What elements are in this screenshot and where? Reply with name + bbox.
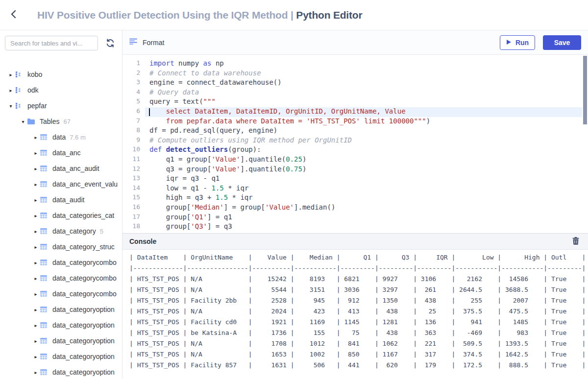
- line-number: 1: [122, 59, 145, 69]
- chevron-right-icon[interactable]: ▸: [32, 213, 40, 218]
- code-line-2[interactable]: # Connect to data warehouse: [145, 69, 582, 79]
- tree-item-label: pepfar: [27, 102, 47, 110]
- chevron-right-icon[interactable]: ▸: [32, 307, 40, 312]
- code-line-16[interactable]: group['Median'] = group['Value'].median(…: [145, 203, 582, 213]
- chevron-right-icon[interactable]: ▸: [32, 135, 40, 140]
- tree-item-data-categories-cat[interactable]: ▸data_categories_cat: [0, 208, 122, 223]
- tree-item-label: odk: [27, 86, 39, 94]
- tree-item-data-anc[interactable]: ▸data_anc: [0, 145, 122, 161]
- code-editor[interactable]: 123456789101112131415161718 import numpy…: [122, 55, 588, 233]
- code-line-3[interactable]: engine = connect_datawarehouse(): [145, 78, 582, 88]
- table-icon: [40, 243, 52, 250]
- console-table-row: | HTS_TST_POS | N/A | 2024 | 423 | 413 |…: [129, 308, 588, 318]
- chevron-right-icon[interactable]: ▸: [7, 72, 15, 77]
- save-button[interactable]: Save: [543, 35, 581, 50]
- console-output: | DataItem | OrgUnitName | Value | Media…: [122, 250, 588, 379]
- chevron-right-icon[interactable]: ▸: [32, 370, 40, 375]
- database-icon: [15, 86, 27, 94]
- tree-item-label: data_categoryoption: [52, 306, 115, 313]
- tree-item-data[interactable]: ▸data7.6 m: [0, 129, 122, 145]
- run-button[interactable]: Run: [500, 35, 535, 50]
- chevron-right-icon[interactable]: ▸: [32, 260, 40, 265]
- code-line-7[interactable]: from pepfar.data where DataItem = 'HTS_T…: [145, 117, 582, 127]
- chevron-right-icon[interactable]: ▸: [32, 354, 40, 359]
- line-number: 5: [122, 97, 145, 107]
- code-line-14[interactable]: low = q1 - 1.5 * iqr: [145, 184, 582, 194]
- chevron-down-icon[interactable]: ▾: [19, 119, 27, 124]
- console-table-row: | HTS_TST_POS | N/A | 1708 | 1012 | 841 …: [129, 340, 588, 351]
- tree-item-kobo[interactable]: ▸kobo: [0, 67, 122, 82]
- code-line-6[interactable]: select DataItem, DataItemID, OrgUnitID, …: [145, 107, 582, 117]
- code-line-12[interactable]: q3 = group['Value'].quantile(0.75): [145, 165, 582, 175]
- table-icon: [40, 149, 52, 156]
- back-button[interactable]: [4, 5, 24, 25]
- refresh-icon: [105, 38, 115, 49]
- table-icon: [40, 275, 52, 282]
- chevron-right-icon[interactable]: ▸: [32, 276, 40, 281]
- tree-item-count: 67: [63, 118, 70, 125]
- tree-item-data-categoryoption[interactable]: ▸data_categoryoption: [0, 333, 122, 349]
- tree-item-data-audit[interactable]: ▸data_audit: [0, 192, 122, 208]
- tree-item-data-categorycombo[interactable]: ▸data_categorycombo: [0, 255, 122, 270]
- table-icon: [40, 337, 52, 344]
- editor-gutter: 123456789101112131415161718: [122, 55, 145, 233]
- chevron-right-icon[interactable]: ▸: [32, 197, 40, 203]
- code-line-5[interactable]: query = text(""": [145, 97, 582, 107]
- tree-item-data-categorycombo[interactable]: ▸data_categorycombo: [0, 270, 122, 286]
- page-title-separator: |: [291, 9, 294, 21]
- line-number: 18: [122, 222, 145, 232]
- chevron-right-icon[interactable]: ▸: [32, 166, 40, 171]
- tree-item-data-categorycombo[interactable]: ▸data_categorycombo: [0, 286, 122, 302]
- tree-item-data-categoryoption[interactable]: ▸data_categoryoption: [0, 302, 122, 317]
- chevron-right-icon[interactable]: ▸: [32, 244, 40, 250]
- refresh-button[interactable]: [104, 38, 116, 49]
- page-title-name: HIV Positive Outlier Detection Using the…: [37, 9, 288, 21]
- code-line-17[interactable]: group['Q1'] = q1: [145, 213, 582, 223]
- chevron-right-icon[interactable]: ▸: [32, 338, 40, 344]
- tree-item-data-categoryoption[interactable]: ▸data_categoryoption: [0, 364, 122, 379]
- chevron-down-icon[interactable]: ▾: [7, 103, 15, 109]
- chevron-right-icon[interactable]: ▸: [32, 229, 40, 234]
- chevron-right-icon[interactable]: ▸: [32, 182, 40, 187]
- code-line-10[interactable]: def detect_outliers(group):: [145, 145, 582, 155]
- tree-item-label: data_category_struc: [52, 243, 115, 251]
- tree-item-odk[interactable]: ▸odk: [0, 82, 122, 98]
- chevron-right-icon[interactable]: ▸: [32, 323, 40, 328]
- tree-item-data-category[interactable]: ▸data_category5: [0, 223, 122, 239]
- code-line-15[interactable]: high = q3 + 1.5 * iqr: [145, 193, 582, 203]
- tree-item-label: data_categoryoption: [52, 353, 115, 360]
- format-button[interactable]: Format: [129, 38, 164, 47]
- code-line-11[interactable]: q1 = group['Value'].quantile(0.25): [145, 155, 582, 165]
- code-line-4[interactable]: # Query data: [145, 88, 582, 98]
- tree-item-data-category-struc[interactable]: ▸data_category_struc: [0, 239, 122, 255]
- tree-item-label: data_audit: [52, 196, 84, 204]
- code-line-9[interactable]: # Compute outliers using IQR method per …: [145, 136, 582, 146]
- code-line-8[interactable]: df = pd.read_sql(query, engine): [145, 126, 582, 136]
- tree-item-data-categoryoption[interactable]: ▸data_categoryoption: [0, 317, 122, 333]
- tree-item-pepfar[interactable]: ▾pepfar: [0, 98, 122, 114]
- tree-item-data-anc-event-valu[interactable]: ▸data_anc_event_valu: [0, 176, 122, 192]
- page-title-app: Python Editor: [296, 9, 362, 21]
- tree-item-label: kobo: [27, 71, 42, 78]
- tree-item-label: data_category: [52, 227, 96, 235]
- code-line-18[interactable]: group['Q3'] = q3: [145, 222, 582, 232]
- tree-item-tables[interactable]: ▾Tables67: [0, 114, 122, 129]
- search-input[interactable]: [5, 36, 98, 50]
- tree-item-label: data_anc_audit: [52, 165, 99, 172]
- console-table-header: | DataItem | OrgUnitName | Value | Media…: [129, 254, 588, 264]
- clear-console-button[interactable]: [570, 236, 581, 247]
- table-icon: [40, 259, 52, 266]
- editor-scrollbar-thumb[interactable]: [583, 56, 587, 124]
- chevron-right-icon[interactable]: ▸: [32, 150, 40, 156]
- code-line-1[interactable]: import numpy as np: [145, 59, 582, 69]
- console-table-row: | HTS_TST_POS | Facility 857 | 1631 | 50…: [129, 361, 588, 372]
- chevron-right-icon[interactable]: ▸: [7, 88, 15, 93]
- chevron-right-icon[interactable]: ▸: [32, 291, 40, 297]
- sidebar-tree: ▸kobo▸odk▾pepfar▾Tables67▸data7.6 m▸data…: [0, 56, 122, 379]
- code-line-13[interactable]: iqr = q3 - q1: [145, 174, 582, 184]
- editor-scrollbar[interactable]: [582, 55, 588, 233]
- page-title: HIV Positive Outlier Detection Using the…: [37, 9, 362, 21]
- tree-item-data-anc-audit[interactable]: ▸data_anc_audit: [0, 161, 122, 176]
- console-table-row: | HTS_TST_POS | N/A | 15242 | 8193 | 682…: [129, 275, 588, 286]
- tree-item-data-categoryoption[interactable]: ▸data_categoryoption: [0, 349, 122, 364]
